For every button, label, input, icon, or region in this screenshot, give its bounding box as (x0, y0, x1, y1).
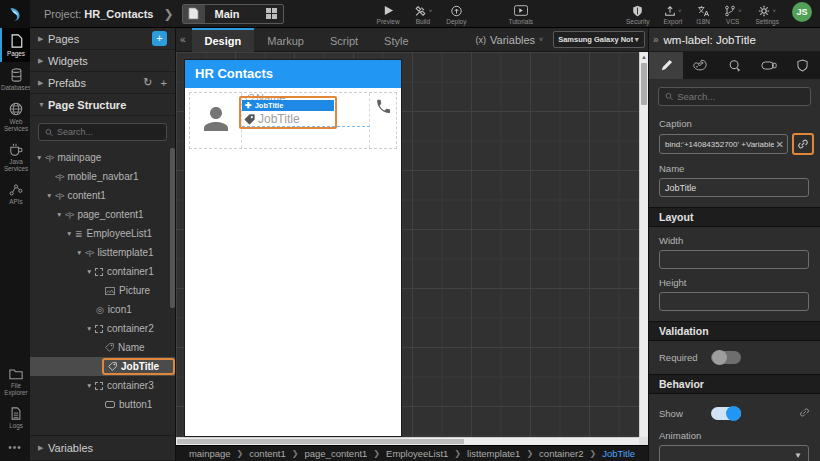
deploy-button[interactable]: Deploy (446, 4, 466, 25)
section-pages[interactable]: ▶ Pages + (30, 28, 175, 50)
tab-design[interactable]: Design (192, 28, 255, 52)
phone-preview[interactable]: HR Contacts Name ✚ JobTitle (185, 60, 401, 436)
tree-item-mainpage[interactable]: ▼<|>mainpage (30, 148, 175, 167)
tree-scrollbar[interactable] (170, 148, 175, 308)
collapse-right-panel-icon[interactable]: » (649, 34, 664, 45)
chevron-down-icon[interactable]: ▼ (36, 154, 45, 161)
bind-show-button[interactable] (799, 404, 810, 422)
chevron-down-icon[interactable]: ▼ (86, 325, 95, 332)
section-page-structure[interactable]: ▼ Page Structure (30, 94, 175, 116)
build-button[interactable]: ˅ Build (414, 4, 433, 25)
i18n-button[interactable]: I18N (696, 4, 710, 25)
tab-script[interactable]: Script (317, 28, 371, 52)
animation-select[interactable]: ▼ (659, 445, 809, 461)
selected-widget-name-tag[interactable]: ✚ JobTitle (242, 100, 334, 111)
required-toggle[interactable] (711, 351, 741, 364)
properties-search[interactable] (658, 87, 811, 106)
add-prefab-button[interactable]: + (161, 77, 167, 89)
scrollbar-thumb[interactable] (177, 439, 464, 444)
events-tab[interactable] (717, 52, 751, 79)
canvas-horizontal-scrollbar[interactable] (176, 437, 639, 445)
chevron-down-icon[interactable]: ▼ (46, 192, 55, 199)
validation-section-header[interactable]: Validation (649, 321, 820, 341)
tree-item-icon1[interactable]: ◎icon1 (30, 300, 175, 319)
security-button[interactable]: Security (626, 4, 649, 25)
section-variables[interactable]: ▶ Variables (30, 435, 175, 461)
tree-item-name[interactable]: Name (30, 338, 175, 357)
show-toggle[interactable] (711, 407, 741, 420)
rail-item-java-services[interactable]: Java Services (0, 137, 30, 177)
call-icon-widget[interactable] (370, 93, 396, 148)
width-input[interactable] (659, 250, 809, 269)
rail-item-web-services[interactable]: Web Services (0, 96, 30, 137)
tree-item-employeelist1[interactable]: ▼≣EmployeeList1 (30, 224, 175, 243)
rail-item-apis[interactable]: APIs (0, 177, 30, 210)
main-page-tab[interactable]: Main (182, 4, 284, 24)
rail-item-databases[interactable]: Databases (0, 62, 30, 96)
bind-property-button[interactable] (792, 133, 814, 155)
height-input[interactable] (659, 292, 809, 311)
tab-style[interactable]: Style (371, 28, 421, 52)
vcs-button[interactable]: ˅ VCS (724, 4, 742, 25)
export-button[interactable]: ˅ Export (663, 4, 682, 25)
security-tab[interactable] (786, 52, 820, 79)
variables-button[interactable]: (x) Variables ˅ (476, 34, 544, 46)
tree-item-jobtitle[interactable]: JobTitle (30, 357, 175, 376)
canvas-vertical-scrollbar[interactable]: ▲ (639, 52, 648, 437)
design-canvas[interactable]: HR Contacts Name ✚ JobTitle (176, 52, 648, 445)
rail-more-button[interactable]: ••• (0, 434, 30, 461)
chevron-right-icon[interactable]: ❯ (163, 7, 173, 21)
breadcrumb-item[interactable]: mainpage (189, 448, 231, 459)
pages-grid-icon[interactable] (266, 8, 277, 19)
structure-search[interactable] (38, 123, 167, 141)
breadcrumb-item[interactable]: listtemplate1 (467, 448, 520, 459)
device-tab[interactable] (752, 52, 786, 79)
chevron-down-icon[interactable]: ▼ (76, 249, 85, 256)
add-page-button[interactable]: + (152, 31, 167, 46)
chevron-down-icon[interactable]: ▼ (56, 211, 65, 218)
tree-item-page-content1[interactable]: ▼<|>page_content1 (30, 205, 175, 224)
caption-input[interactable] (665, 140, 774, 149)
properties-search-input[interactable] (677, 91, 804, 102)
clear-icon[interactable]: ✕ (776, 139, 784, 150)
behavior-section-header[interactable]: Behavior (649, 374, 820, 394)
settings-button[interactable]: ˅ Settings (756, 4, 780, 25)
device-selector[interactable]: Samsung Galaxy Note III ▼ (553, 31, 645, 48)
rail-item-logs[interactable]: Logs (0, 401, 30, 434)
styles-tab[interactable] (683, 52, 717, 79)
tree-item-content1[interactable]: ▼<|>content1 (30, 186, 175, 205)
tree-item-picture[interactable]: Picture (30, 281, 175, 300)
tree-item-container3[interactable]: ▼container3 (30, 376, 175, 395)
search-input[interactable] (57, 127, 160, 137)
chevron-down-icon[interactable]: ▼ (86, 268, 95, 275)
tree-item-button1[interactable]: button1 (30, 395, 175, 414)
chevron-down-icon[interactable]: ▼ (86, 382, 95, 389)
refresh-icon[interactable]: ↻ (143, 76, 152, 89)
collapse-left-panel-icon[interactable]: « (176, 34, 192, 45)
rail-item-pages[interactable]: Pages (0, 28, 30, 62)
section-prefabs[interactable]: ▶ Prefabs ↻ + (30, 72, 175, 94)
breadcrumb-item[interactable]: container2 (539, 448, 583, 459)
tree-item-container1[interactable]: ▼container1 (30, 262, 175, 281)
breadcrumb-current[interactable]: JobTitle (602, 448, 635, 459)
name-input[interactable] (659, 178, 809, 197)
user-avatar[interactable]: JS (792, 2, 812, 22)
wavemaker-logo[interactable] (0, 0, 30, 28)
section-widgets[interactable]: ▶ Widgets (30, 50, 175, 72)
chevron-down-icon[interactable]: ▼ (66, 230, 75, 237)
tree-item-mobile-navbar1[interactable]: <|>mobile_navbar1 (30, 167, 175, 186)
scrollbar-thumb[interactable] (641, 63, 647, 105)
tutorials-button[interactable]: Tutorials (508, 4, 533, 25)
employee-list-item[interactable]: Name ✚ JobTitle JobTitle (189, 92, 397, 149)
properties-tab[interactable] (649, 52, 683, 79)
scroll-up-icon[interactable]: ▲ (640, 52, 648, 60)
preview-button[interactable]: Preview (377, 4, 400, 25)
breadcrumb-item[interactable]: content1 (249, 448, 285, 459)
jobtitle-label-widget[interactable]: JobTitle (244, 112, 300, 126)
tree-item-container2[interactable]: ▼container2 (30, 319, 175, 338)
picture-widget[interactable] (190, 93, 242, 148)
breadcrumb-item[interactable]: EmployeeList1 (386, 448, 448, 459)
rail-item-file-explorer[interactable]: File Explorer (0, 362, 30, 401)
layout-section-header[interactable]: Layout (649, 207, 820, 227)
tab-markup[interactable]: Markup (254, 28, 317, 52)
